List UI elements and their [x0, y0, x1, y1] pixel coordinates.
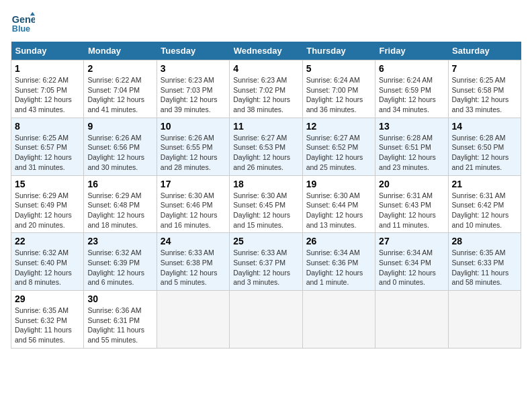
day-number: 28: [452, 236, 517, 246]
day-info: Sunrise: 6:31 AMSunset: 6:42 PMDaylight:…: [452, 191, 509, 229]
day-number: 26: [306, 236, 371, 246]
calendar-cell-2: 2Sunrise: 6:22 AMSunset: 7:04 PMDaylight…: [84, 60, 157, 118]
calendar-cell-empty: [375, 291, 448, 349]
calendar-cell-1: 1Sunrise: 6:22 AMSunset: 7:05 PMDaylight…: [11, 60, 84, 118]
weekday-monday: Monday: [84, 42, 157, 60]
calendar-cell-24: 24Sunrise: 6:33 AMSunset: 6:38 PMDayligh…: [157, 233, 229, 291]
calendar-cell-22: 22Sunrise: 6:32 AMSunset: 6:40 PMDayligh…: [11, 233, 84, 291]
day-info: Sunrise: 6:30 AMSunset: 6:44 PMDaylight:…: [306, 191, 363, 229]
calendar-table: SundayMondayTuesdayWednesdayThursdayFrid…: [11, 42, 521, 349]
week-row-2: 8Sunrise: 6:25 AMSunset: 6:57 PMDaylight…: [11, 118, 521, 175]
day-info: Sunrise: 6:22 AMSunset: 7:04 PMDaylight:…: [87, 76, 144, 113]
day-info: Sunrise: 6:24 AMSunset: 6:59 PMDaylight:…: [379, 76, 436, 113]
calendar-cell-25: 25Sunrise: 6:33 AMSunset: 6:37 PMDayligh…: [230, 233, 302, 291]
day-number: 25: [233, 236, 298, 246]
weekday-saturday: Saturday: [448, 42, 521, 60]
calendar-cell-5: 5Sunrise: 6:24 AMSunset: 7:00 PMDaylight…: [302, 60, 375, 118]
day-number: 24: [161, 236, 226, 246]
week-row-4: 22Sunrise: 6:32 AMSunset: 6:40 PMDayligh…: [11, 233, 521, 291]
day-number: 11: [233, 121, 298, 132]
calendar-body: 1Sunrise: 6:22 AMSunset: 7:05 PMDaylight…: [11, 60, 521, 349]
day-number: 12: [306, 121, 371, 132]
calendar-cell-30: 30Sunrise: 6:36 AMSunset: 6:31 PMDayligh…: [84, 291, 157, 349]
svg-text:Blue: Blue: [12, 24, 30, 34]
calendar-cell-13: 13Sunrise: 6:28 AMSunset: 6:51 PMDayligh…: [375, 118, 448, 175]
day-number: 6: [379, 63, 444, 74]
calendar-cell-20: 20Sunrise: 6:31 AMSunset: 6:43 PMDayligh…: [375, 175, 448, 233]
day-number: 3: [161, 63, 226, 74]
calendar-cell-4: 4Sunrise: 6:23 AMSunset: 7:02 PMDaylight…: [230, 60, 302, 118]
weekday-tuesday: Tuesday: [157, 42, 229, 60]
day-number: 21: [452, 179, 517, 189]
day-info: Sunrise: 6:26 AMSunset: 6:56 PMDaylight:…: [87, 134, 144, 171]
calendar-cell-6: 6Sunrise: 6:24 AMSunset: 6:59 PMDaylight…: [375, 60, 448, 118]
calendar-header: SundayMondayTuesdayWednesdayThursdayFrid…: [11, 42, 521, 60]
calendar-cell-21: 21Sunrise: 6:31 AMSunset: 6:42 PMDayligh…: [448, 175, 521, 233]
calendar-cell-empty: [448, 291, 521, 349]
day-info: Sunrise: 6:34 AMSunset: 6:34 PMDaylight:…: [379, 248, 436, 286]
day-info: Sunrise: 6:22 AMSunset: 7:05 PMDaylight:…: [15, 76, 72, 113]
calendar-cell-3: 3Sunrise: 6:23 AMSunset: 7:03 PMDaylight…: [157, 60, 229, 118]
day-info: Sunrise: 6:31 AMSunset: 6:43 PMDaylight:…: [379, 191, 436, 229]
day-number: 2: [87, 63, 152, 74]
day-info: Sunrise: 6:30 AMSunset: 6:45 PMDaylight:…: [233, 191, 290, 229]
calendar-cell-12: 12Sunrise: 6:27 AMSunset: 6:52 PMDayligh…: [302, 118, 375, 175]
calendar-cell-14: 14Sunrise: 6:28 AMSunset: 6:50 PMDayligh…: [448, 118, 521, 175]
calendar-cell-27: 27Sunrise: 6:34 AMSunset: 6:34 PMDayligh…: [375, 233, 448, 291]
day-number: 14: [452, 121, 517, 132]
day-info: Sunrise: 6:33 AMSunset: 6:37 PMDaylight:…: [233, 248, 290, 286]
day-number: 9: [87, 121, 152, 132]
day-info: Sunrise: 6:29 AMSunset: 6:49 PMDaylight:…: [15, 191, 72, 229]
day-number: 19: [306, 179, 371, 189]
day-info: Sunrise: 6:28 AMSunset: 6:51 PMDaylight:…: [379, 134, 436, 171]
day-info: Sunrise: 6:34 AMSunset: 6:36 PMDaylight:…: [306, 248, 363, 286]
day-number: 30: [87, 293, 152, 304]
day-number: 18: [233, 179, 298, 189]
day-info: Sunrise: 6:26 AMSunset: 6:55 PMDaylight:…: [161, 134, 218, 171]
day-info: Sunrise: 6:35 AMSunset: 6:32 PMDaylight:…: [15, 306, 72, 344]
week-row-1: 1Sunrise: 6:22 AMSunset: 7:05 PMDaylight…: [11, 60, 521, 118]
weekday-sunday: Sunday: [11, 42, 84, 60]
calendar-cell-8: 8Sunrise: 6:25 AMSunset: 6:57 PMDaylight…: [11, 118, 84, 175]
logo-icon: General Blue: [11, 11, 35, 35]
calendar-cell-16: 16Sunrise: 6:29 AMSunset: 6:48 PMDayligh…: [84, 175, 157, 233]
day-info: Sunrise: 6:30 AMSunset: 6:46 PMDaylight:…: [161, 191, 218, 229]
day-number: 10: [161, 121, 226, 132]
day-number: 16: [87, 179, 152, 189]
day-info: Sunrise: 6:29 AMSunset: 6:48 PMDaylight:…: [87, 191, 144, 229]
day-number: 17: [161, 179, 226, 189]
day-number: 23: [87, 236, 152, 246]
day-number: 4: [233, 63, 298, 74]
calendar-cell-28: 28Sunrise: 6:35 AMSunset: 6:33 PMDayligh…: [448, 233, 521, 291]
day-number: 8: [15, 121, 80, 132]
day-info: Sunrise: 6:35 AMSunset: 6:33 PMDaylight:…: [452, 248, 509, 286]
day-info: Sunrise: 6:32 AMSunset: 6:40 PMDaylight:…: [15, 248, 72, 286]
week-row-3: 15Sunrise: 6:29 AMSunset: 6:49 PMDayligh…: [11, 175, 521, 233]
day-info: Sunrise: 6:23 AMSunset: 7:03 PMDaylight:…: [161, 76, 218, 113]
day-info: Sunrise: 6:23 AMSunset: 7:02 PMDaylight:…: [233, 76, 290, 113]
day-info: Sunrise: 6:27 AMSunset: 6:53 PMDaylight:…: [233, 134, 290, 171]
calendar-cell-15: 15Sunrise: 6:29 AMSunset: 6:49 PMDayligh…: [11, 175, 84, 233]
day-number: 20: [379, 179, 444, 189]
week-row-5: 29Sunrise: 6:35 AMSunset: 6:32 PMDayligh…: [11, 291, 521, 349]
day-info: Sunrise: 6:27 AMSunset: 6:52 PMDaylight:…: [306, 134, 363, 171]
day-info: Sunrise: 6:24 AMSunset: 7:00 PMDaylight:…: [306, 76, 363, 113]
calendar-cell-18: 18Sunrise: 6:30 AMSunset: 6:45 PMDayligh…: [230, 175, 302, 233]
calendar-cell-7: 7Sunrise: 6:25 AMSunset: 6:58 PMDaylight…: [448, 60, 521, 118]
day-info: Sunrise: 6:28 AMSunset: 6:50 PMDaylight:…: [452, 134, 509, 171]
day-number: 13: [379, 121, 444, 132]
day-number: 1: [15, 63, 80, 74]
day-info: Sunrise: 6:33 AMSunset: 6:38 PMDaylight:…: [161, 248, 218, 286]
calendar-cell-9: 9Sunrise: 6:26 AMSunset: 6:56 PMDaylight…: [84, 118, 157, 175]
weekday-wednesday: Wednesday: [230, 42, 302, 60]
calendar-cell-19: 19Sunrise: 6:30 AMSunset: 6:44 PMDayligh…: [302, 175, 375, 233]
calendar-cell-empty: [157, 291, 229, 349]
calendar-cell-29: 29Sunrise: 6:35 AMSunset: 6:32 PMDayligh…: [11, 291, 84, 349]
day-info: Sunrise: 6:25 AMSunset: 6:58 PMDaylight:…: [452, 76, 509, 113]
day-info: Sunrise: 6:36 AMSunset: 6:31 PMDaylight:…: [87, 306, 144, 344]
day-number: 5: [306, 63, 371, 74]
svg-text:General: General: [12, 14, 35, 25]
calendar-cell-11: 11Sunrise: 6:27 AMSunset: 6:53 PMDayligh…: [230, 118, 302, 175]
page-header: General Blue: [11, 11, 521, 35]
day-number: 22: [15, 236, 80, 246]
